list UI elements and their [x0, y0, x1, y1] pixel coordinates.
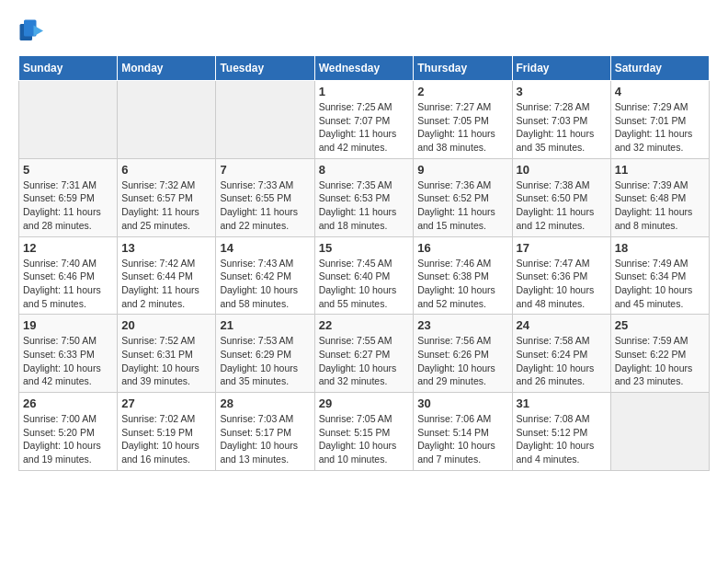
calendar-cell: [19, 81, 118, 159]
cell-content: Sunrise: 7:08 AMSunset: 5:12 PMDaylight:…: [517, 412, 607, 466]
cell-content: Sunrise: 7:46 AMSunset: 6:38 PMDaylight:…: [417, 257, 507, 311]
cell-content: Sunrise: 7:33 AMSunset: 6:55 PMDaylight:…: [220, 178, 310, 233]
day-number: 9: [417, 163, 507, 177]
cell-content: Sunrise: 7:42 AMSunset: 6:44 PMDaylight:…: [121, 257, 211, 311]
cell-content: Sunrise: 7:53 AMSunset: 6:29 PMDaylight:…: [220, 334, 310, 388]
calendar-week-row: 1Sunrise: 7:25 AMSunset: 7:07 PMDaylight…: [19, 81, 710, 159]
calendar-cell: 24Sunrise: 7:58 AMSunset: 6:24 PMDayligh…: [512, 315, 610, 393]
column-header-tuesday: Tuesday: [216, 56, 314, 81]
calendar-cell: 17Sunrise: 7:47 AMSunset: 6:36 PMDayligh…: [512, 236, 610, 315]
cell-content: Sunrise: 7:49 AMSunset: 6:34 PMDaylight:…: [615, 257, 705, 311]
day-number: 1: [319, 85, 410, 98]
day-number: 2: [417, 85, 507, 98]
calendar-cell: 3Sunrise: 7:28 AMSunset: 7:03 PMDaylight…: [512, 81, 610, 159]
day-number: 8: [319, 163, 410, 177]
calendar-table: SundayMondayTuesdayWednesdayThursdayFrid…: [18, 55, 710, 471]
day-number: 16: [417, 241, 507, 255]
calendar-cell: 2Sunrise: 7:27 AMSunset: 7:05 PMDaylight…: [414, 81, 512, 159]
day-number: 22: [319, 318, 410, 332]
cell-content: Sunrise: 7:39 AMSunset: 6:48 PMDaylight:…: [615, 178, 705, 233]
day-number: 17: [517, 241, 607, 255]
calendar-cell: 6Sunrise: 7:32 AMSunset: 6:57 PMDaylight…: [118, 158, 216, 236]
cell-content: Sunrise: 7:45 AMSunset: 6:40 PMDaylight:…: [319, 257, 410, 311]
calendar-cell: 14Sunrise: 7:43 AMSunset: 6:42 PMDayligh…: [216, 236, 314, 315]
cell-content: Sunrise: 7:28 AMSunset: 7:03 PMDaylight:…: [517, 100, 607, 155]
calendar-cell: 29Sunrise: 7:05 AMSunset: 5:15 PMDayligh…: [314, 393, 414, 471]
cell-content: Sunrise: 7:50 AMSunset: 6:33 PMDaylight:…: [23, 334, 113, 388]
cell-content: Sunrise: 7:06 AMSunset: 5:14 PMDaylight:…: [417, 412, 507, 466]
day-number: 23: [417, 318, 507, 332]
day-number: 25: [615, 318, 705, 332]
day-number: 10: [517, 163, 607, 177]
day-number: 29: [319, 396, 410, 410]
day-number: 14: [220, 241, 310, 255]
column-header-monday: Monday: [118, 56, 216, 81]
day-number: 18: [615, 241, 705, 255]
cell-content: Sunrise: 7:47 AMSunset: 6:36 PMDaylight:…: [517, 257, 607, 311]
cell-content: Sunrise: 7:29 AMSunset: 7:01 PMDaylight:…: [615, 100, 705, 155]
calendar-cell: 11Sunrise: 7:39 AMSunset: 6:48 PMDayligh…: [610, 158, 709, 236]
cell-content: Sunrise: 7:59 AMSunset: 6:22 PMDaylight:…: [615, 334, 705, 388]
day-number: 24: [517, 318, 607, 332]
cell-content: Sunrise: 7:38 AMSunset: 6:50 PMDaylight:…: [517, 178, 607, 233]
cell-content: Sunrise: 7:36 AMSunset: 6:52 PMDaylight:…: [417, 178, 507, 233]
calendar-cell: 23Sunrise: 7:56 AMSunset: 6:26 PMDayligh…: [414, 315, 512, 393]
calendar-cell: 15Sunrise: 7:45 AMSunset: 6:40 PMDayligh…: [314, 236, 414, 315]
calendar-cell: 20Sunrise: 7:52 AMSunset: 6:31 PMDayligh…: [118, 315, 216, 393]
day-number: 12: [23, 241, 113, 255]
calendar-cell: 9Sunrise: 7:36 AMSunset: 6:52 PMDaylight…: [414, 158, 512, 236]
cell-content: Sunrise: 7:25 AMSunset: 7:07 PMDaylight:…: [319, 100, 410, 155]
day-number: 3: [517, 85, 607, 98]
day-number: 30: [417, 396, 507, 410]
day-number: 21: [220, 318, 310, 332]
day-number: 7: [220, 163, 310, 177]
cell-content: Sunrise: 7:35 AMSunset: 6:53 PMDaylight:…: [319, 178, 410, 233]
calendar-cell: 19Sunrise: 7:50 AMSunset: 6:33 PMDayligh…: [19, 315, 118, 393]
calendar-cell: 13Sunrise: 7:42 AMSunset: 6:44 PMDayligh…: [118, 236, 216, 315]
page-header: [18, 18, 710, 46]
cell-content: Sunrise: 7:02 AMSunset: 5:19 PMDaylight:…: [121, 412, 211, 466]
logo-icon: [18, 18, 46, 46]
calendar-cell: 10Sunrise: 7:38 AMSunset: 6:50 PMDayligh…: [512, 158, 610, 236]
cell-content: Sunrise: 7:03 AMSunset: 5:17 PMDaylight:…: [220, 412, 310, 466]
calendar-cell: 12Sunrise: 7:40 AMSunset: 6:46 PMDayligh…: [19, 236, 118, 315]
cell-content: Sunrise: 7:56 AMSunset: 6:26 PMDaylight:…: [417, 334, 507, 388]
day-number: 13: [121, 241, 211, 255]
calendar-cell: 8Sunrise: 7:35 AMSunset: 6:53 PMDaylight…: [314, 158, 414, 236]
calendar-cell: 1Sunrise: 7:25 AMSunset: 7:07 PMDaylight…: [314, 81, 414, 159]
calendar-cell: 16Sunrise: 7:46 AMSunset: 6:38 PMDayligh…: [414, 236, 512, 315]
cell-content: Sunrise: 7:32 AMSunset: 6:57 PMDaylight:…: [121, 178, 211, 233]
calendar-cell: [216, 81, 314, 159]
day-number: 19: [23, 318, 113, 332]
calendar-cell: [610, 393, 709, 471]
svg-marker-2: [34, 26, 44, 37]
calendar-cell: 21Sunrise: 7:53 AMSunset: 6:29 PMDayligh…: [216, 315, 314, 393]
cell-content: Sunrise: 7:55 AMSunset: 6:27 PMDaylight:…: [319, 334, 410, 388]
column-header-sunday: Sunday: [19, 56, 118, 81]
calendar-week-row: 26Sunrise: 7:00 AMSunset: 5:20 PMDayligh…: [19, 393, 710, 471]
cell-content: Sunrise: 7:40 AMSunset: 6:46 PMDaylight:…: [23, 257, 113, 311]
column-header-saturday: Saturday: [610, 56, 709, 81]
calendar-cell: 26Sunrise: 7:00 AMSunset: 5:20 PMDayligh…: [19, 393, 118, 471]
calendar-week-row: 12Sunrise: 7:40 AMSunset: 6:46 PMDayligh…: [19, 236, 710, 315]
day-number: 27: [121, 396, 211, 410]
calendar-cell: 22Sunrise: 7:55 AMSunset: 6:27 PMDayligh…: [314, 315, 414, 393]
day-number: 26: [23, 396, 113, 410]
day-number: 28: [220, 396, 310, 410]
calendar-header-row: SundayMondayTuesdayWednesdayThursdayFrid…: [19, 56, 710, 81]
column-header-wednesday: Wednesday: [314, 56, 414, 81]
column-header-friday: Friday: [512, 56, 610, 81]
day-number: 15: [319, 241, 410, 255]
calendar-week-row: 19Sunrise: 7:50 AMSunset: 6:33 PMDayligh…: [19, 315, 710, 393]
calendar-cell: 25Sunrise: 7:59 AMSunset: 6:22 PMDayligh…: [610, 315, 709, 393]
calendar-cell: 4Sunrise: 7:29 AMSunset: 7:01 PMDaylight…: [610, 81, 709, 159]
cell-content: Sunrise: 7:31 AMSunset: 6:59 PMDaylight:…: [23, 178, 113, 233]
day-number: 31: [517, 396, 607, 410]
cell-content: Sunrise: 7:52 AMSunset: 6:31 PMDaylight:…: [121, 334, 211, 388]
day-number: 6: [121, 163, 211, 177]
cell-content: Sunrise: 7:27 AMSunset: 7:05 PMDaylight:…: [417, 100, 507, 155]
column-header-thursday: Thursday: [414, 56, 512, 81]
day-number: 20: [121, 318, 211, 332]
logo: [18, 18, 50, 46]
calendar-cell: 30Sunrise: 7:06 AMSunset: 5:14 PMDayligh…: [414, 393, 512, 471]
